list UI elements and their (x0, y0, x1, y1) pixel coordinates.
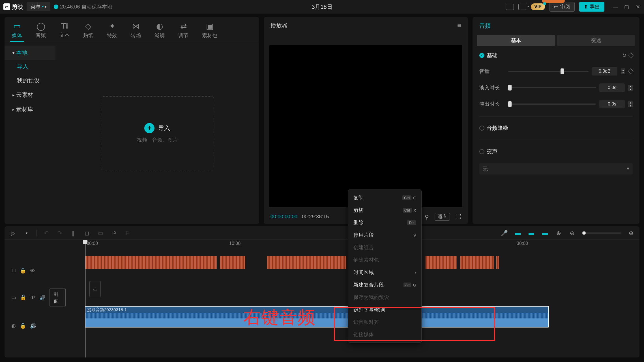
mute-icon[interactable]: 🔊 (30, 323, 36, 329)
zoom-icon[interactable]: ⚲ (425, 214, 429, 220)
basic-checkbox[interactable] (479, 53, 484, 58)
layout-icon[interactable]: ▾ (518, 4, 526, 10)
cover-button[interactable]: 封面 (50, 288, 66, 307)
inspector-tab-speed[interactable]: 变速 (557, 35, 635, 46)
ctx-time-region[interactable]: 时间区域› (348, 266, 421, 279)
tab-effect[interactable]: ✦特效 (105, 19, 119, 42)
tab-filter[interactable]: ◐滤镜 (153, 19, 166, 42)
section-basic-label: 基础 (487, 52, 497, 59)
tab-transition[interactable]: ⋈转场 (129, 19, 143, 42)
flag-tool[interactable]: ⚐ (110, 229, 118, 237)
ctx-disable[interactable]: 停用片段V (348, 229, 421, 241)
ctx-copy[interactable]: 复制CtrlC (348, 191, 421, 204)
keyboard-icon[interactable] (506, 4, 514, 10)
delete-tool[interactable]: ▭ (96, 229, 104, 237)
keyframe-icon[interactable] (628, 53, 634, 58)
review-button[interactable]: ▭ 审阅 (549, 2, 575, 12)
tab-adjust[interactable]: ⇄调节 (177, 19, 190, 42)
text-clip[interactable] (85, 256, 217, 269)
maximize-button[interactable]: ▢ (624, 4, 629, 10)
volume-stepper[interactable]: ▴▾ (621, 68, 625, 74)
import-hint: 视频、音频、图片 (137, 137, 178, 143)
project-title[interactable]: 3月18日 (312, 3, 332, 11)
ctx-cut[interactable]: 剪切CtrlX (348, 204, 421, 216)
timeline-panel: ▷ ▾ ↶ ↷ ‖ ◻ ▭ ⚐ ⚐ 🎤 ▬ ▬ ▬ ⊕ ⊖ ⊕ (5, 226, 639, 357)
video-clip-placeholder[interactable]: ▭ (89, 281, 101, 297)
minimize-button[interactable]: — (612, 4, 618, 10)
mic-icon[interactable]: 🎤 (500, 229, 508, 237)
player-canvas[interactable] (269, 45, 462, 207)
fadein-slider[interactable] (508, 87, 596, 88)
volume-slider[interactable] (508, 71, 589, 72)
mute-icon[interactable]: 🔊 (39, 294, 46, 301)
sidebar-item-library[interactable]: 素材库 (5, 102, 55, 117)
fit-button[interactable]: 适应 (435, 213, 450, 221)
export-button[interactable]: ⬆ 导出 (579, 2, 604, 12)
text-clip[interactable] (220, 256, 245, 269)
lock-icon[interactable]: 🔓 (20, 294, 26, 301)
playhead[interactable] (85, 240, 85, 357)
tab-text[interactable]: TI文本 (58, 19, 71, 42)
lock-icon[interactable]: 🔓 (20, 323, 26, 329)
magnet-icon[interactable]: ⊕ (555, 229, 563, 237)
track-tool-2[interactable]: ▬ (527, 229, 535, 237)
flag2-tool[interactable]: ⚐ (124, 229, 132, 237)
sidebar-item-local[interactable]: 本地 (5, 46, 55, 60)
eye-icon[interactable]: 👁 (30, 268, 35, 274)
chevron-down-icon: ▾ (627, 165, 629, 172)
voice-change-select[interactable]: 无▾ (479, 163, 633, 174)
import-dropzone[interactable]: + 导入 视频、音频、图片 (101, 96, 214, 170)
reset-icon[interactable]: ↻ (622, 52, 626, 59)
total-time: 00:29:38:15 (302, 214, 329, 220)
text-clip[interactable] (496, 256, 499, 269)
text-clip[interactable] (460, 256, 494, 269)
vip-badge[interactable]: VIP (531, 3, 545, 10)
autosave-status: 20:46:06 自动保存本地 (54, 3, 112, 10)
sticker-icon: ◇ (85, 21, 91, 31)
volume-keyframe-icon[interactable] (628, 68, 634, 74)
eye-icon[interactable]: 👁 (30, 295, 35, 301)
fadeout-slider[interactable] (508, 104, 596, 105)
zoom-out-icon[interactable]: ⊖ (568, 229, 576, 237)
undo-button[interactable]: ↶ (42, 229, 50, 237)
denoise-checkbox[interactable] (479, 126, 484, 131)
track-tool-3[interactable]: ▬ (541, 229, 549, 237)
zoom-slider[interactable] (582, 232, 621, 234)
track-tool-1[interactable]: ▬ (514, 229, 522, 237)
tab-media[interactable]: ▭媒体 (10, 19, 24, 42)
fadein-stepper[interactable]: ▴▾ (628, 85, 633, 91)
zoom-in-icon[interactable]: ⊕ (627, 229, 635, 237)
ctx-delete[interactable]: 删除Del (348, 216, 421, 229)
fadeout-input[interactable] (599, 100, 625, 108)
menu-button[interactable]: 菜单 • ▾ (27, 2, 50, 11)
tab-sticker[interactable]: ◇贴纸 (81, 19, 95, 42)
inspector-tab-basic[interactable]: 基本 (477, 35, 555, 46)
fullscreen-icon[interactable]: ⛶ (456, 214, 461, 220)
pointer-tool[interactable]: ▷ (9, 229, 17, 237)
redo-button[interactable]: ↷ (56, 229, 64, 237)
volume-input[interactable] (592, 67, 617, 76)
sidebar-item-preset[interactable]: 我的预设 (5, 73, 55, 88)
crop-tool[interactable]: ◻ (83, 229, 91, 237)
tab-material-pack[interactable]: ▣素材包 (200, 19, 219, 42)
fadeout-stepper[interactable]: ▴▾ (628, 101, 633, 107)
player-menu-icon[interactable]: ≡ (457, 21, 461, 29)
voice-change-checkbox[interactable] (479, 149, 484, 154)
text-clip[interactable] (267, 256, 346, 269)
sidebar-item-import[interactable]: 导入 (5, 60, 55, 73)
audio-track-head: ◐ 🔓 🔊 (5, 312, 72, 340)
close-button[interactable]: ✕ (635, 4, 641, 10)
tab-audio[interactable]: ◯音频 (34, 19, 48, 42)
review-icon: ▭ (554, 4, 559, 10)
sidebar-item-cloud[interactable]: 云素材 (5, 88, 55, 102)
fadein-label: 淡入时长 (479, 84, 505, 91)
text-clip[interactable] (426, 256, 457, 269)
ctx-compound[interactable]: 新建复合片段AltG (348, 279, 421, 291)
inspector-title: 音频 (473, 17, 639, 35)
effect-icon: ✦ (109, 21, 115, 31)
fadein-input[interactable] (599, 83, 625, 92)
split-tool[interactable]: ‖ (69, 229, 77, 237)
app-logo: ✂ 剪映 (3, 3, 23, 11)
lock-icon[interactable]: 🔓 (20, 268, 26, 274)
tool-dropdown[interactable]: ▾ (23, 229, 31, 237)
